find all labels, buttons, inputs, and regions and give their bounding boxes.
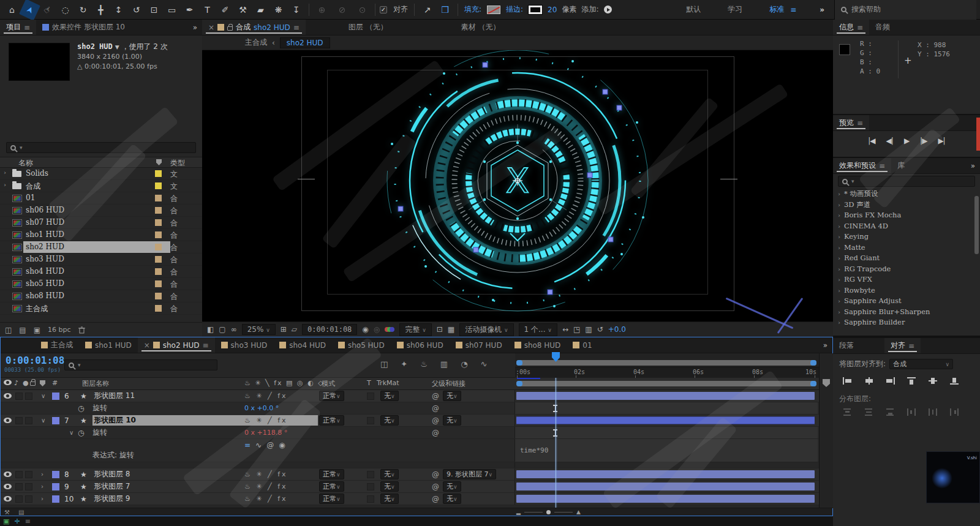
expand-arrow-icon[interactable]: › [838, 309, 840, 315]
trkmat-toggle[interactable] [367, 471, 374, 478]
grid-guides-icon[interactable]: ⊞ [281, 325, 287, 334]
home-icon[interactable]: ⌂ [4, 2, 20, 18]
draft-3d-icon[interactable]: ✦ [401, 359, 407, 369]
tab-audio[interactable]: 音频 [869, 20, 896, 35]
graph-editor-icon[interactable]: ∿ [481, 359, 488, 369]
expand-chevron-icon[interactable]: › [41, 493, 43, 505]
parent-select[interactable]: 无∨ [443, 494, 461, 504]
column-mode[interactable]: 模式 [322, 379, 335, 388]
layer-duration-bar[interactable] [516, 470, 815, 478]
trkmat-toggle[interactable] [367, 483, 374, 490]
layer-name[interactable]: 形状图层 10 [94, 415, 136, 426]
expand-arrow-icon[interactable]: › [838, 212, 840, 219]
scrollbar-red[interactable] [976, 118, 980, 151]
parent-select[interactable]: 9. 形状图层 7∨ [443, 469, 496, 479]
distribute-vcenter-button[interactable] [862, 407, 875, 418]
stroke-width-value[interactable]: 20 [548, 6, 557, 14]
timeline-search-input[interactable]: ▾ [64, 359, 217, 370]
trkmat-toggle[interactable] [367, 495, 374, 503]
tab-preview[interactable]: 预览≡ [833, 115, 869, 130]
eye-toggle-icon[interactable] [4, 415, 12, 426]
trkmat-select[interactable]: 无∨ [380, 494, 399, 504]
project-search-input[interactable]: ▾ [6, 142, 196, 153]
panel-overflow-icon[interactable]: » [188, 20, 202, 35]
effects-category-row[interactable]: ›Matte [833, 242, 980, 254]
blend-mode-select[interactable]: 正常∨ [319, 494, 344, 504]
roto-brush-tool-icon[interactable]: ❋ [270, 2, 287, 18]
layer-label-swatch[interactable] [52, 390, 59, 402]
expand-arrow-icon[interactable]: › [838, 287, 840, 294]
last-frame-button[interactable]: ▶| [938, 137, 944, 145]
solo-toggle[interactable] [25, 415, 32, 426]
histogram-icon[interactable]: ▥ [585, 325, 592, 334]
property-value[interactable]: 0 x +118.8 ° [244, 427, 287, 438]
panel-menu-icon[interactable]: ≡ [879, 162, 885, 170]
distribute-hcenter-button[interactable] [926, 407, 940, 418]
tab-effects-presets[interactable]: 效果和预设≡ [833, 158, 891, 173]
layer-label-swatch[interactable] [52, 415, 59, 426]
primary-viewer-icon[interactable]: ▢ [219, 325, 225, 334]
puppet-pin-tool-icon[interactable]: ↧ [288, 2, 304, 18]
tab-align[interactable]: 对齐≡ [884, 338, 921, 353]
scale-cursor-icon[interactable]: ↗ [419, 2, 435, 18]
layer-switches[interactable]: ♨ ✳ ╱ fx [244, 468, 288, 480]
blend-mode-select[interactable]: 正常∨ [319, 481, 344, 492]
label-column-icon[interactable] [156, 159, 162, 165]
parent-pickwhip-icon[interactable]: @ [432, 415, 439, 426]
timeline-comp-tab[interactable]: sho5 HUD [332, 337, 391, 353]
column-t[interactable]: T [367, 379, 371, 387]
panel-menu-icon[interactable]: ≡ [857, 23, 863, 32]
fill-swatch[interactable] [487, 6, 500, 14]
render-status-icon[interactable]: ▣ [3, 517, 9, 525]
audio-toggle[interactable] [15, 481, 23, 492]
property-track[interactable] [515, 427, 818, 438]
audio-toggle[interactable] [15, 390, 23, 402]
column-type[interactable]: 类型 [170, 158, 185, 168]
work-area-bar[interactable] [516, 381, 816, 386]
timeline-comp-tab[interactable]: sh06 HUD [391, 337, 450, 353]
trkmat-toggle[interactable] [367, 393, 374, 400]
label-color-swatch[interactable] [155, 256, 162, 263]
navigator-end-handle[interactable] [810, 360, 816, 366]
column-switches-icons[interactable]: ♨ ✳ ╲ fx ▤ ◎ ◐ ◇ [244, 379, 325, 387]
expression-code[interactable]: time*90 [520, 446, 548, 454]
column-layer-name[interactable]: 图层名称 [82, 379, 109, 388]
distribute-bottom-button[interactable] [883, 407, 897, 418]
label-color-swatch[interactable] [155, 207, 162, 214]
tab-libraries[interactable]: 库 [891, 158, 911, 173]
audio-column-icon[interactable]: ♪ [14, 379, 18, 387]
eye-toggle-icon[interactable] [4, 493, 12, 505]
workspace-tab[interactable]: 标准 [769, 4, 784, 15]
panel-overflow-icon[interactable]: » [966, 158, 980, 173]
label-color-swatch[interactable] [155, 280, 162, 287]
refresh-icon[interactable]: ↺ [597, 325, 603, 334]
transparency-grid-icon[interactable]: ▦ [448, 325, 454, 334]
expand-arrow-icon[interactable]: › [838, 266, 840, 272]
time-navigator-bar[interactable] [516, 360, 816, 366]
panel-menu-icon[interactable]: ≡ [908, 342, 914, 350]
expand-arrow-icon[interactable]: › [838, 190, 840, 197]
trkmat-select[interactable]: 无∨ [380, 391, 399, 401]
trkmat-select[interactable]: 无∨ [380, 469, 399, 479]
effects-category-row[interactable]: ›Boris FX Mocha [833, 210, 980, 221]
team-icon[interactable]: ⊘ [334, 2, 350, 18]
hand-tool-icon[interactable]: ☞ [36, 0, 59, 21]
show-channel-icon[interactable] [385, 326, 394, 333]
solo-toggle[interactable] [25, 468, 32, 480]
close-icon[interactable]: × [144, 341, 150, 350]
parent-pickwhip-icon[interactable]: @ [432, 468, 439, 480]
zoom-in-icon[interactable]: ▲ [576, 509, 581, 515]
expand-arrow-icon[interactable]: › [4, 169, 6, 176]
expression-row[interactable]: = ∿ @ ◉ 表达式: 旋转 time*90 [1, 439, 832, 462]
property-name[interactable]: 旋转 [92, 427, 107, 438]
trkmat-select[interactable]: 无∨ [380, 415, 399, 426]
timeline-comp-tab[interactable]: × sho2 HUD ≡ [138, 337, 215, 353]
timeline-comp-tab[interactable]: sh07 HUD [450, 337, 508, 353]
effects-category-row[interactable]: ›Keying [833, 231, 980, 242]
panel-menu-icon[interactable]: ≡ [293, 23, 300, 32]
navigator-start-handle[interactable] [516, 360, 522, 366]
timeline-comp-tab[interactable]: sho3 HUD [215, 337, 274, 353]
distribute-right-button[interactable] [948, 407, 961, 418]
expression-enable-icon[interactable]: = [244, 441, 251, 449]
expression-track[interactable]: time*90 [515, 439, 818, 462]
